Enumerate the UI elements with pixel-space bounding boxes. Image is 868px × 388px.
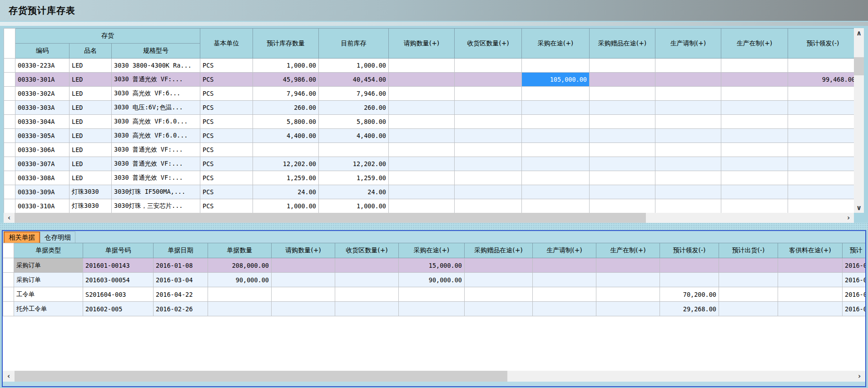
inventory-cell[interactable]: PCS bbox=[200, 101, 253, 115]
row-indicator[interactable] bbox=[4, 157, 15, 171]
inventory-cell[interactable] bbox=[455, 157, 522, 171]
inventory-cell[interactable]: 3030 普通光效 VF:... bbox=[112, 171, 200, 185]
inventory-cell[interactable]: 00330-307A bbox=[15, 157, 69, 171]
inventory-cell[interactable]: 12,202.00 bbox=[253, 157, 319, 171]
scroll-right-arrow-icon[interactable]: › bbox=[853, 371, 865, 382]
document-cell[interactable]: 2016-03-04 bbox=[154, 273, 208, 287]
inventory-cell[interactable] bbox=[655, 157, 721, 171]
inventory-cell[interactable] bbox=[590, 59, 655, 73]
column-header-base-unit[interactable]: 基本单位 bbox=[200, 29, 253, 59]
inventory-cell[interactable]: LED bbox=[69, 87, 112, 101]
inventory-cell[interactable]: 3030 3800-4300K Ra... bbox=[112, 59, 200, 73]
inventory-cell[interactable]: PCS bbox=[200, 115, 253, 129]
column-header-expected-issue[interactable]: 预计领发(-) bbox=[660, 243, 719, 258]
inventory-cell[interactable] bbox=[389, 157, 455, 171]
document-cell[interactable]: 2016-0 bbox=[843, 258, 866, 273]
inventory-cell[interactable]: PCS bbox=[200, 87, 253, 101]
vertical-scrollbar[interactable]: ∧ ∨ bbox=[854, 28, 864, 213]
horizontal-scrollbar[interactable]: ‹ › bbox=[4, 213, 854, 223]
inventory-cell[interactable]: PCS bbox=[200, 171, 253, 185]
document-cell[interactable] bbox=[533, 287, 596, 302]
inventory-cell[interactable]: 3030 普通光效 VF:... bbox=[112, 157, 200, 171]
column-header-purchase-transit[interactable]: 采购在途(+) bbox=[522, 29, 590, 59]
table-row[interactable]: 00330-309A灯珠30303030灯珠 IF500MA,...PCS24.… bbox=[4, 185, 854, 199]
document-cell[interactable] bbox=[660, 258, 719, 273]
inventory-cell[interactable]: 00330-302A bbox=[15, 87, 69, 101]
inventory-cell[interactable] bbox=[522, 59, 590, 73]
inventory-cell[interactable]: 3030 普通光效 VF:... bbox=[112, 73, 200, 87]
row-indicator[interactable] bbox=[4, 115, 15, 129]
inventory-cell[interactable] bbox=[319, 143, 389, 157]
inventory-cell[interactable] bbox=[655, 143, 721, 157]
document-cell[interactable] bbox=[596, 302, 660, 316]
document-cell[interactable] bbox=[335, 258, 399, 273]
splitter-handle[interactable] bbox=[0, 223, 868, 230]
inventory-cell[interactable]: 45,986.00 bbox=[253, 73, 319, 87]
inventory-cell[interactable] bbox=[721, 171, 788, 185]
document-cell[interactable] bbox=[778, 302, 843, 316]
inventory-cell[interactable] bbox=[522, 129, 590, 143]
inventory-cell[interactable]: 3030灯珠，三安芯片... bbox=[112, 199, 200, 213]
inventory-cell[interactable]: 24.00 bbox=[319, 185, 389, 199]
inventory-cell[interactable] bbox=[455, 129, 522, 143]
inventory-cell[interactable] bbox=[788, 185, 854, 199]
table-row[interactable]: 00330-302ALED3030 高光效 VF:6...PCS7,946.00… bbox=[4, 87, 854, 101]
inventory-cell[interactable] bbox=[721, 143, 788, 157]
scroll-up-arrow-icon[interactable]: ∧ bbox=[854, 28, 864, 38]
column-header-doc-date[interactable]: 单据日期 bbox=[154, 243, 208, 258]
document-cell[interactable] bbox=[272, 287, 335, 302]
inventory-cell[interactable] bbox=[788, 59, 854, 73]
inventory-cell[interactable] bbox=[655, 129, 721, 143]
document-cell[interactable] bbox=[533, 258, 596, 273]
inventory-cell[interactable]: 5,800.00 bbox=[319, 115, 389, 129]
inventory-cell[interactable] bbox=[389, 101, 455, 115]
document-cell[interactable] bbox=[335, 273, 399, 287]
inventory-cell[interactable] bbox=[655, 87, 721, 101]
inventory-cell[interactable] bbox=[389, 185, 455, 199]
scroll-down-arrow-icon[interactable]: ∨ bbox=[854, 203, 864, 213]
inventory-cell[interactable] bbox=[389, 199, 455, 213]
row-indicator[interactable] bbox=[4, 101, 15, 115]
inventory-cell[interactable] bbox=[788, 199, 854, 213]
document-cell[interactable]: 201602-005 bbox=[83, 302, 154, 316]
inventory-cell[interactable]: 1,000.00 bbox=[319, 59, 389, 73]
document-cell[interactable] bbox=[533, 302, 596, 316]
scroll-right-arrow-icon[interactable]: › bbox=[843, 213, 854, 223]
inventory-cell[interactable] bbox=[455, 87, 522, 101]
row-indicator[interactable] bbox=[4, 199, 15, 213]
inventory-cell[interactable]: 1,000.00 bbox=[253, 199, 319, 213]
inventory-cell[interactable] bbox=[788, 115, 854, 129]
column-header-expected-shipment[interactable]: 预计出货(-) bbox=[719, 243, 778, 258]
column-header-expected-clipped[interactable]: 预计 bbox=[843, 243, 866, 258]
inventory-cell[interactable] bbox=[455, 73, 522, 87]
document-cell[interactable]: S201604-003 bbox=[83, 287, 154, 302]
table-row[interactable]: 工令单S201604-0032016-04-2270,200.002016-0 bbox=[3, 287, 866, 302]
inventory-cell[interactable] bbox=[389, 171, 455, 185]
inventory-cell[interactable]: 40,454.00 bbox=[319, 73, 389, 87]
inventory-cell[interactable] bbox=[389, 129, 455, 143]
document-cell[interactable]: 70,200.00 bbox=[660, 287, 719, 302]
column-header-in-production[interactable]: 生产在制(+) bbox=[596, 243, 660, 258]
inventory-cell[interactable]: 00330-303A bbox=[15, 101, 69, 115]
column-header-name[interactable]: 品名 bbox=[69, 44, 112, 59]
tab-warehouse-detail[interactable]: 仓存明细 bbox=[40, 231, 75, 243]
inventory-cell[interactable]: 3030 高光效 VF:6.0... bbox=[112, 115, 200, 129]
document-cell[interactable] bbox=[778, 258, 843, 273]
row-indicator[interactable] bbox=[4, 185, 15, 199]
document-cell[interactable]: 工令单 bbox=[14, 287, 83, 302]
inventory-cell[interactable] bbox=[389, 59, 455, 73]
table-row[interactable]: 00330-301ALED3030 普通光效 VF:...PCS45,986.0… bbox=[4, 73, 854, 87]
document-cell[interactable]: 208,000.00 bbox=[208, 258, 272, 273]
document-cell[interactable]: 2016-0 bbox=[843, 302, 866, 316]
inventory-cell[interactable]: 260.00 bbox=[319, 101, 389, 115]
inventory-cell[interactable] bbox=[655, 171, 721, 185]
document-cell[interactable]: 2016-0 bbox=[843, 273, 866, 287]
inventory-cell[interactable]: 00330-223A bbox=[15, 59, 69, 73]
inventory-cell[interactable]: 24.00 bbox=[253, 185, 319, 199]
document-cell[interactable]: 2016-04-22 bbox=[154, 287, 208, 302]
scroll-left-arrow-icon[interactable]: ‹ bbox=[3, 371, 15, 382]
row-indicator[interactable] bbox=[4, 171, 15, 185]
document-cell[interactable]: 201603-00054 bbox=[83, 273, 154, 287]
inventory-cell[interactable]: LED bbox=[69, 143, 112, 157]
inventory-cell[interactable]: 00330-310A bbox=[15, 199, 69, 213]
